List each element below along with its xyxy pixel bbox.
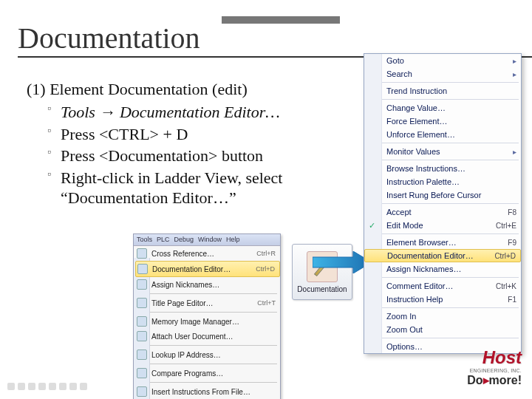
tools-dropdown-screenshot: Tools PLC Debug Window Help Cross Refere… <box>133 233 281 399</box>
menu-gutter <box>364 54 382 353</box>
tag-icon <box>137 279 147 290</box>
ctx-item-search[interactable]: Search <box>364 67 521 81</box>
logo-domore: Do▸more! <box>467 373 522 387</box>
tools-menubar: Tools PLC Debug Window Help <box>134 234 280 246</box>
menu-item-assign-nicknames[interactable]: Assign Nicknames… <box>135 277 280 292</box>
ctx-item-zoom-out[interactable]: Zoom Out <box>364 323 521 336</box>
db-icon <box>137 316 147 327</box>
ctx-item-element-browser[interactable]: Element Browser…F9 <box>364 236 521 249</box>
menu-separator <box>366 203 519 204</box>
host-engineering-logo: Host ENGINEERING, INC. Do▸more! <box>467 347 522 387</box>
ctx-item-comment-editor[interactable]: Comment Editor…Ctrl+K <box>364 279 521 293</box>
ctx-item-force[interactable]: Force Element… <box>364 115 521 128</box>
page-icon <box>137 298 147 308</box>
menu-separator <box>138 312 277 313</box>
ctx-item-trend[interactable]: Trend Instruction <box>364 84 521 98</box>
ctx-item-change-value[interactable]: Change Value… <box>364 101 521 115</box>
doc-icon <box>137 264 148 274</box>
menu-separator <box>366 277 519 278</box>
ladder-view-context-menu: Goto Search Trend Instruction Change Val… <box>364 53 522 354</box>
menu-item-compare-programs[interactable]: Compare Programs… <box>135 366 280 381</box>
bullet-list: Tools → Documentation Editor… Press <CTR… <box>47 102 328 210</box>
compare-icon <box>137 368 147 378</box>
menu-item-insert-instructions[interactable]: Insert Instructions From File… <box>135 384 280 399</box>
ctx-item-monitor-values[interactable]: Monitor Values <box>364 145 521 158</box>
menu-item-lookup-ip[interactable]: Lookup IP Address… <box>135 347 280 362</box>
menu-item-attach-user-document[interactable]: Attach User Document… <box>135 329 280 344</box>
documentation-button[interactable]: Documentation <box>292 244 352 300</box>
slide-decoration-bar <box>222 16 340 24</box>
menu-item-title-page-editor[interactable]: Title Page Editor…Ctrl+T <box>135 296 280 310</box>
ctx-item-edit-mode[interactable]: Edit ModeCtrl+E <box>364 219 521 232</box>
menu-separator <box>138 345 277 346</box>
attach-icon <box>137 331 147 341</box>
menu-separator <box>366 99 519 100</box>
menu-separator <box>138 293 277 294</box>
ctx-item-insert-rung[interactable]: Insert Rung Before Cursor <box>364 188 521 202</box>
bullet-item: Press <CTRL> + D <box>47 124 328 145</box>
documentation-icon <box>307 251 338 282</box>
ctx-item-goto[interactable]: Goto <box>364 54 521 67</box>
section-heading: (1) Element Documentation (edit) <box>27 80 248 99</box>
ctx-item-zoom-in[interactable]: Zoom In <box>364 310 521 323</box>
bullet-item: Right-click in Ladder View, select “Docu… <box>47 168 328 208</box>
menu-separator <box>366 160 519 160</box>
menu-item-cross-reference[interactable]: Cross Reference…Ctrl+R <box>135 246 280 261</box>
menu-separator <box>366 233 519 234</box>
menu-separator <box>138 382 277 383</box>
doc-icon <box>137 248 147 259</box>
menu-separator <box>366 82 519 83</box>
ctx-item-documentation-editor[interactable]: Documentation Editor…Ctrl+D <box>364 249 521 262</box>
menu-separator <box>366 307 519 308</box>
menu-item-memory-image-manager[interactable]: Memory Image Manager… <box>135 314 280 329</box>
bullet-item: Press <Documentation> button <box>47 146 328 166</box>
ctx-item-assign-nicknames[interactable]: Assign Nicknames… <box>364 262 521 276</box>
menu-separator <box>138 364 277 364</box>
documentation-button-label: Documentation <box>297 285 347 293</box>
pencil-icon <box>313 256 330 276</box>
menu-separator <box>366 143 519 143</box>
ctx-item-instruction-help[interactable]: Instruction HelpF1 <box>364 293 521 306</box>
bullet-item: Tools → Documentation Editor… <box>47 102 328 123</box>
page-title: Documentation <box>18 21 200 55</box>
ctx-item-browse-instructions[interactable]: Browse Instructions… <box>364 162 521 175</box>
menu-separator <box>366 338 519 338</box>
slide-thumbnail-strip <box>7 383 87 390</box>
ctx-item-instruction-palette[interactable]: Instruction Palette… <box>364 175 521 188</box>
ctx-item-unforce[interactable]: Unforce Element… <box>364 128 521 141</box>
net-icon <box>137 349 147 360</box>
menu-item-documentation-editor[interactable]: Documentation Editor…Ctrl+D <box>135 261 280 277</box>
logo-host-text: Host <box>467 347 522 368</box>
ctx-item-accept[interactable]: AcceptF8 <box>364 205 521 219</box>
logo-subtext: ENGINEERING, INC. <box>467 368 522 373</box>
file-icon <box>137 386 147 397</box>
